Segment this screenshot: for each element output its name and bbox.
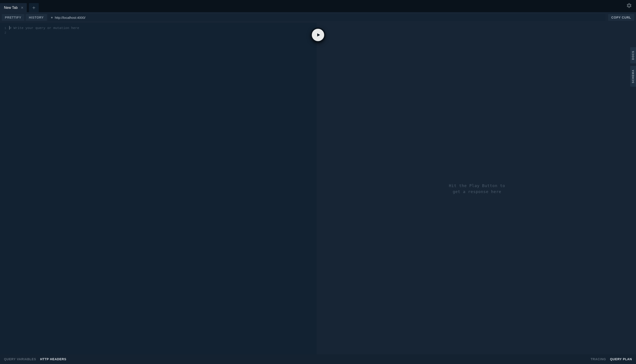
side-tabs: DOCS SCHEMA — [630, 47, 636, 87]
code-area[interactable]: # Write your query or mutation here — [8, 26, 317, 354]
line-gutter: 1 2 — [0, 26, 8, 354]
status-dot-icon — [51, 17, 53, 18]
prettify-button[interactable]: PRETTIFY — [2, 14, 24, 21]
tab-query-plan[interactable]: QUERY PLAN — [610, 357, 632, 361]
gear-icon — [626, 3, 632, 8]
toolbar: PRETTIFY HISTORY COPY CURL — [0, 12, 636, 23]
response-pane: Hit the Play Button to get a response he… — [318, 23, 636, 354]
tab-query-variables[interactable]: QUERY VARIABLES — [4, 357, 36, 361]
bottom-bar: QUERY VARIABLES HTTP HEADERS TRACING QUE… — [0, 354, 636, 364]
tab-http-headers[interactable]: HTTP HEADERS — [40, 357, 66, 361]
copy-curl-button[interactable]: COPY CURL — [608, 14, 634, 21]
docs-tab[interactable]: DOCS — [630, 47, 636, 63]
settings-button[interactable] — [626, 3, 632, 9]
new-tab-button[interactable] — [29, 3, 39, 12]
tab-active[interactable]: New Tab ✕ — [0, 3, 27, 12]
run-query-button[interactable] — [311, 28, 325, 42]
close-icon[interactable]: ✕ — [21, 6, 24, 9]
line-number: 1 — [0, 26, 6, 30]
schema-tab[interactable]: SCHEMA — [630, 66, 636, 87]
endpoint-input[interactable] — [55, 16, 603, 20]
response-placeholder: Hit the Play Button to get a response he… — [449, 183, 505, 194]
plus-icon — [32, 6, 36, 10]
query-editor[interactable]: 1 2 # Write your query or mutation here — [0, 23, 318, 354]
line-number: 2 — [0, 30, 6, 35]
tab-bar: New Tab ✕ — [0, 0, 636, 12]
history-button[interactable]: HISTORY — [26, 14, 47, 21]
tab-tracing[interactable]: TRACING — [591, 357, 606, 361]
tab-label: New Tab — [4, 6, 18, 10]
play-icon — [316, 32, 321, 38]
endpoint-field[interactable] — [48, 14, 606, 21]
editor-placeholder: # Write your query or mutation here — [10, 26, 79, 30]
main-area: 1 2 # Write your query or mutation here … — [0, 23, 636, 354]
